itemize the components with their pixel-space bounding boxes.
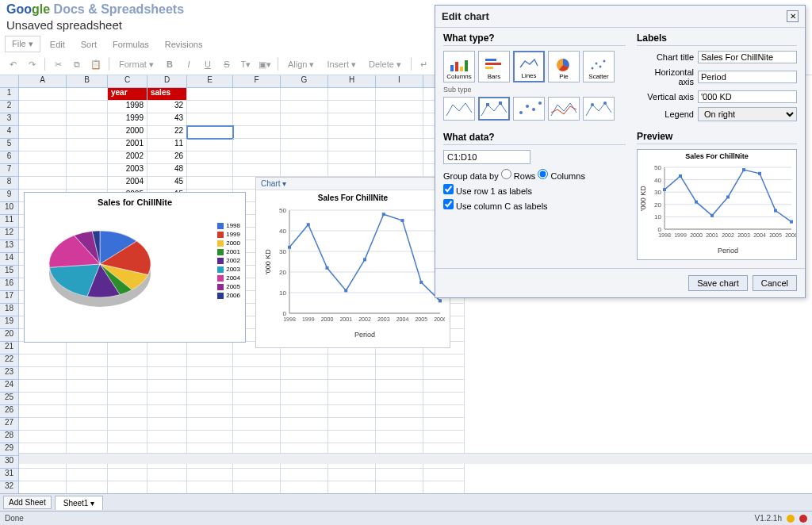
cell[interactable]: 22 xyxy=(147,126,187,139)
cell[interactable] xyxy=(376,367,423,380)
chart-title-input[interactable] xyxy=(698,51,797,63)
cell[interactable] xyxy=(19,418,67,431)
cell[interactable] xyxy=(19,139,67,151)
horizontal-scrollbar[interactable] xyxy=(19,453,812,464)
cell[interactable]: year xyxy=(108,88,147,101)
cell[interactable] xyxy=(187,101,233,113)
cell[interactable] xyxy=(19,113,67,126)
chart-subtype-0[interactable] xyxy=(443,97,475,121)
chart-type-lines[interactable]: Lines xyxy=(513,51,545,82)
cell[interactable] xyxy=(233,367,281,380)
cell[interactable] xyxy=(376,393,423,405)
cell[interactable] xyxy=(147,431,187,443)
cell[interactable] xyxy=(328,431,376,443)
cell[interactable] xyxy=(281,139,328,151)
cell[interactable] xyxy=(328,101,376,113)
cell[interactable]: 26 xyxy=(147,151,187,164)
redo-icon[interactable]: ↷ xyxy=(24,57,40,71)
cell[interactable] xyxy=(187,380,233,393)
cell[interactable] xyxy=(376,380,423,393)
cell[interactable] xyxy=(67,393,108,405)
cell[interactable] xyxy=(376,354,423,367)
cell[interactable] xyxy=(328,481,376,494)
cell[interactable] xyxy=(67,101,108,113)
cell[interactable] xyxy=(328,418,376,431)
cell[interactable] xyxy=(147,469,187,481)
menu-formulas[interactable]: Formulas xyxy=(106,37,155,52)
cell[interactable] xyxy=(67,164,108,177)
cell[interactable] xyxy=(281,431,328,443)
cancel-button[interactable]: Cancel xyxy=(753,275,797,291)
cell[interactable] xyxy=(19,469,67,481)
cell[interactable]: 1999 xyxy=(108,113,147,126)
cell[interactable] xyxy=(19,431,67,443)
cell[interactable] xyxy=(423,354,465,367)
paste-icon[interactable]: 📋 xyxy=(88,57,104,71)
cell[interactable] xyxy=(187,177,233,190)
chart-subtype-4[interactable] xyxy=(583,97,615,121)
cell[interactable] xyxy=(108,431,147,443)
cell[interactable] xyxy=(108,418,147,431)
cell[interactable] xyxy=(376,126,423,139)
cell[interactable] xyxy=(187,431,233,443)
cell[interactable]: 2001 xyxy=(108,139,147,151)
add-sheet-button[interactable]: Add Sheet xyxy=(3,496,52,509)
cell[interactable] xyxy=(108,367,147,380)
sheet-tab-1[interactable]: Sheet1 ▾ xyxy=(55,496,103,510)
cell[interactable]: 2003 xyxy=(108,164,147,177)
data-range-input[interactable] xyxy=(443,150,530,164)
cell[interactable] xyxy=(328,88,376,101)
cell[interactable] xyxy=(328,469,376,481)
chart-subtype-1[interactable] xyxy=(478,97,510,121)
cell[interactable] xyxy=(328,126,376,139)
cell[interactable] xyxy=(147,481,187,494)
cell[interactable] xyxy=(67,113,108,126)
cell[interactable] xyxy=(423,380,465,393)
cell[interactable] xyxy=(281,481,328,494)
cell[interactable] xyxy=(233,151,281,164)
font-color-icon[interactable]: T▾ xyxy=(238,57,254,71)
cell[interactable] xyxy=(233,101,281,113)
menu-edit[interactable]: Edit xyxy=(44,37,71,52)
cell[interactable] xyxy=(328,164,376,177)
vaxis-input[interactable] xyxy=(698,90,797,103)
cell[interactable]: 43 xyxy=(147,113,187,126)
chart-type-pie[interactable]: Pie xyxy=(548,51,580,82)
format-dropdown[interactable]: Format ▾ xyxy=(114,58,159,71)
cell[interactable] xyxy=(233,164,281,177)
save-chart-button[interactable]: Save chart xyxy=(688,275,748,291)
cell[interactable] xyxy=(328,151,376,164)
cell[interactable] xyxy=(108,342,147,354)
cell[interactable] xyxy=(67,126,108,139)
menu-revisions[interactable]: Revisions xyxy=(159,37,209,52)
cell[interactable] xyxy=(423,405,465,418)
chart-type-bars[interactable]: Bars xyxy=(478,51,510,82)
cell[interactable] xyxy=(147,367,187,380)
cell[interactable] xyxy=(19,342,67,354)
cell[interactable] xyxy=(233,113,281,126)
cell[interactable] xyxy=(147,380,187,393)
cell[interactable] xyxy=(67,88,108,101)
cell[interactable] xyxy=(376,88,423,101)
cell[interactable] xyxy=(187,164,233,177)
cell[interactable] xyxy=(147,354,187,367)
cell[interactable] xyxy=(233,481,281,494)
cell[interactable] xyxy=(67,139,108,151)
cell[interactable] xyxy=(423,367,465,380)
chart-type-scatter[interactable]: Scatter xyxy=(583,51,615,82)
menu-file[interactable]: File ▾ xyxy=(5,36,40,52)
cell[interactable] xyxy=(376,113,423,126)
undo-icon[interactable]: ↶ xyxy=(5,57,21,71)
dialog-titlebar[interactable]: Edit chart ✕ xyxy=(435,6,805,28)
cell[interactable] xyxy=(281,126,328,139)
cell[interactable] xyxy=(281,101,328,113)
cell[interactable] xyxy=(423,431,465,443)
copy-icon[interactable]: ⧉ xyxy=(69,57,85,71)
delete-dropdown[interactable]: Delete ▾ xyxy=(364,58,406,71)
cell[interactable] xyxy=(108,380,147,393)
cell[interactable] xyxy=(19,354,67,367)
cell[interactable] xyxy=(147,418,187,431)
cell[interactable] xyxy=(108,354,147,367)
cell[interactable] xyxy=(281,164,328,177)
cell[interactable] xyxy=(187,481,233,494)
